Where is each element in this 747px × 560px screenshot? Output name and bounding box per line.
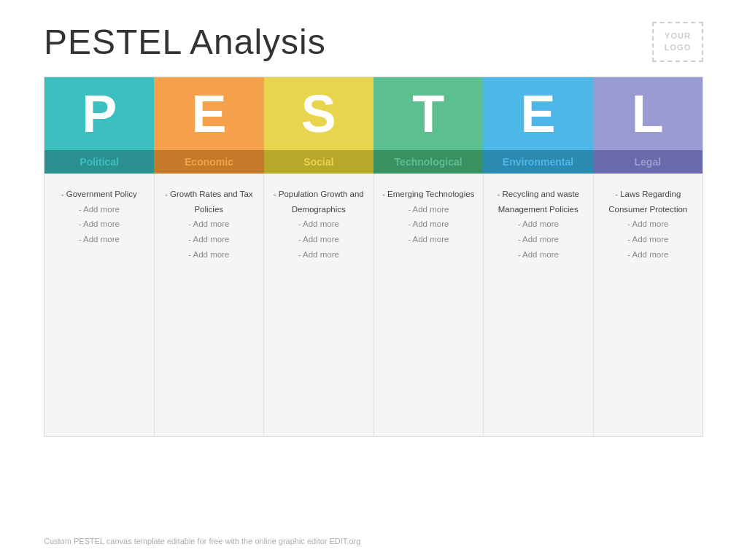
economic-add-3: - Add more	[162, 247, 257, 262]
social-add-3: - Add more	[271, 247, 366, 262]
page: PESTEL Analysis YOUR LOGO P E S T E L Po…	[0, 0, 747, 560]
content-area: - Government Policy - Add more - Add mor…	[44, 174, 703, 436]
env-add-1: - Add more	[491, 217, 586, 232]
label-economic: Economic	[154, 150, 263, 174]
political-add-3: - Add more	[52, 232, 147, 247]
political-add-2: - Add more	[52, 217, 147, 232]
economic-add-1: - Add more	[162, 217, 257, 232]
letter-t: T	[374, 77, 483, 150]
legal-add-2: - Add more	[601, 232, 696, 247]
page-title: PESTEL Analysis	[44, 22, 326, 62]
political-add-1: - Add more	[52, 202, 147, 217]
letters-row: P E S T E L	[44, 77, 703, 150]
pestel-table: P E S T E L Political Economic Social Te…	[44, 77, 703, 437]
label-legal: Legal	[593, 150, 703, 174]
footer-text: Custom PESTEL canvas template editable f…	[44, 537, 360, 545]
env-add-2: - Add more	[491, 232, 586, 247]
col-environmental: - Recycling and waste Management Policie…	[484, 174, 594, 436]
letter-e2: E	[483, 77, 592, 150]
economic-item-1: - Growth Rates and Tax Policies	[162, 187, 257, 217]
col-social: - Population Growth and Demographics - A…	[264, 174, 374, 436]
col-legal: - Laws Regarding Consumer Protection - A…	[594, 174, 703, 436]
letter-s: S	[264, 77, 374, 150]
label-environmental: Environmental	[483, 150, 592, 174]
letter-e: E	[154, 77, 263, 150]
social-add-2: - Add more	[271, 232, 366, 247]
social-add-1: - Add more	[271, 217, 366, 232]
label-political: Political	[44, 150, 154, 174]
legal-item-1: - Laws Regarding Consumer Protection	[601, 187, 696, 217]
labels-row: Political Economic Social Technological …	[44, 150, 703, 174]
tech-add-2: - Add more	[382, 217, 476, 232]
tech-add-1: - Add more	[382, 202, 476, 217]
logo-placeholder: YOUR LOGO	[652, 22, 703, 62]
economic-add-2: - Add more	[162, 232, 257, 247]
col-political: - Government Policy - Add more - Add mor…	[44, 174, 155, 436]
label-social: Social	[264, 150, 374, 174]
legal-add-1: - Add more	[601, 217, 696, 232]
col-economic: - Growth Rates and Tax Policies - Add mo…	[155, 174, 265, 436]
col-technological: - Emerging Technologies - Add more - Add…	[374, 174, 484, 436]
letter-p: P	[44, 77, 154, 150]
tech-item-1: - Emerging Technologies	[382, 187, 476, 202]
env-add-3: - Add more	[491, 247, 586, 262]
social-item-1: - Population Growth and Demographics	[271, 187, 366, 217]
env-item-1: - Recycling and waste Management Policie…	[491, 187, 586, 217]
tech-add-3: - Add more	[382, 232, 476, 247]
label-technological: Technological	[374, 150, 483, 174]
header: PESTEL Analysis YOUR LOGO	[0, 0, 747, 77]
letter-l: L	[593, 77, 703, 150]
legal-add-3: - Add more	[601, 247, 696, 262]
political-item-1: - Government Policy	[52, 187, 147, 202]
